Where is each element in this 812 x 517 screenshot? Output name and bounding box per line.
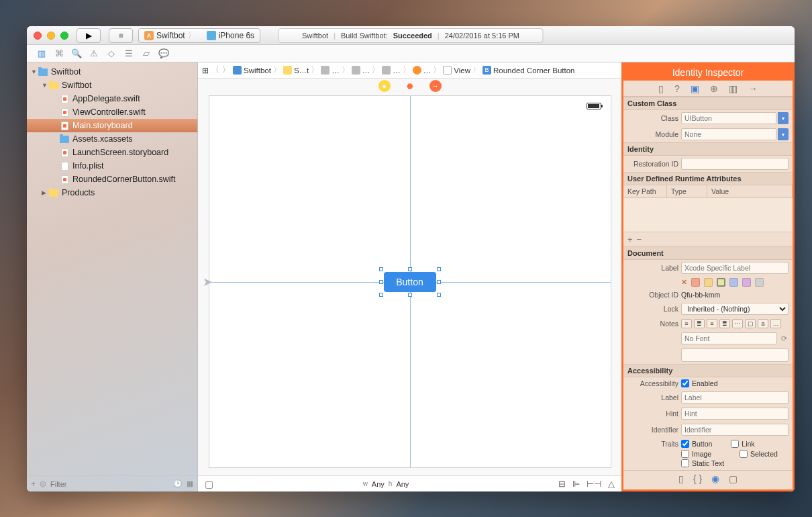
exit-dock-icon[interactable]: → [429, 80, 442, 92]
jumpbar-item[interactable]: S…t [294, 66, 309, 75]
align-left-button[interactable]: ≡ [681, 319, 692, 328]
remove-attribute-button[interactable]: − [637, 234, 642, 244]
storyboard-canvas[interactable]: ● ⬣ → ➤ Button [198, 79, 621, 475]
breakpoint-navigator-tab[interactable]: ▱ [141, 48, 152, 59]
outline-button[interactable]: ▢ [745, 319, 756, 328]
module-field[interactable] [681, 128, 776, 140]
a11y-identifier-field[interactable] [681, 424, 789, 436]
tree-file[interactable]: AppDelegate.swift [27, 92, 197, 105]
swatch-gray[interactable] [755, 278, 764, 287]
text-color-button[interactable]: a [758, 319, 768, 328]
clear-color-button[interactable]: ✕ [681, 278, 687, 287]
zoom-window-button[interactable] [60, 32, 68, 40]
symbol-navigator-tab[interactable]: ⌘ [54, 48, 64, 59]
scene-dock[interactable]: ● ⬣ → [378, 80, 442, 92]
run-button[interactable]: ▶ [77, 28, 101, 43]
jumpbar-item[interactable]: … [393, 66, 401, 75]
file-template-library-tab[interactable]: ▯ [678, 473, 684, 484]
font-picker-button[interactable]: ⟳ [780, 334, 789, 343]
tree-file[interactable]: Assets.xcassets [27, 132, 197, 146]
file-inspector-tab[interactable]: ▯ [658, 83, 664, 94]
stop-button[interactable]: ■ [109, 28, 133, 43]
viewcontroller-dock-icon[interactable]: ● [378, 80, 391, 92]
resolve-button[interactable]: △ [608, 479, 615, 489]
size-inspector-tab[interactable]: ▥ [729, 83, 738, 94]
identity-inspector-tab[interactable]: ▣ [691, 83, 699, 94]
minimize-window-button[interactable] [47, 32, 55, 40]
attributes-inspector-tab[interactable]: ⊕ [710, 83, 718, 94]
back-button[interactable]: 〈 [210, 65, 221, 75]
module-dropdown-button[interactable]: ▾ [778, 128, 789, 140]
issue-navigator-tab[interactable]: ⚠ [89, 48, 99, 59]
doc-label-field[interactable] [681, 262, 789, 274]
related-items-button[interactable]: ⊞ [201, 66, 210, 75]
add-button[interactable]: + [31, 479, 36, 489]
class-field[interactable] [681, 112, 776, 124]
connections-inspector-tab[interactable]: → [748, 83, 758, 94]
quickhelp-inspector-tab[interactable]: ? [674, 83, 680, 94]
selected-button[interactable]: Button [384, 272, 436, 292]
recent-filter-button[interactable]: 🕑 [173, 479, 183, 488]
stack-button[interactable]: ⊟ [558, 479, 566, 489]
scheme-selector[interactable]: ASwiftbot〉 iPhone 6s [138, 28, 260, 43]
filter-input[interactable] [50, 480, 169, 488]
trait-selected-checkbox[interactable] [740, 450, 748, 458]
notes-field[interactable] [681, 348, 789, 362]
jumpbar-item[interactable]: … [332, 66, 340, 75]
add-attribute-button[interactable]: + [627, 234, 633, 244]
jump-bar[interactable]: ⊞ 〈 〉 Swiftbot〉 S…t〉 …〉 …〉 …〉 …〉 View〉 B… [198, 62, 621, 79]
report-navigator-tab[interactable]: 💬 [158, 48, 169, 59]
align-button[interactable]: ⊫ [572, 479, 580, 489]
jumpbar-item[interactable]: Rounded Corner Button [493, 66, 574, 75]
class-dropdown-button[interactable]: ▾ [778, 112, 789, 124]
document-outline-toggle[interactable]: ▢ [205, 479, 213, 489]
a11y-hint-field[interactable] [681, 408, 789, 420]
forward-button[interactable]: 〉 [221, 65, 232, 75]
swatch-yellow-selected[interactable] [717, 278, 725, 287]
debug-navigator-tab[interactable]: ☰ [123, 48, 134, 59]
font-field[interactable] [681, 332, 777, 344]
jumpbar-item[interactable]: … [362, 66, 370, 75]
project-navigator-tab[interactable]: ▥ [36, 48, 47, 59]
jumpbar-item[interactable]: … [423, 66, 432, 75]
object-library-tab[interactable]: ◉ [711, 473, 719, 484]
swatch-purple[interactable] [742, 278, 751, 287]
tree-file[interactable]: ViewController.swift [27, 105, 197, 119]
jumpbar-item[interactable]: Swiftbot [244, 66, 271, 75]
media-library-tab[interactable]: ▢ [729, 473, 738, 484]
test-navigator-tab[interactable]: ◇ [106, 48, 117, 59]
tree-group-products[interactable]: ▶Products [27, 186, 197, 199]
jumpbar-item[interactable]: View [454, 66, 470, 75]
lock-select[interactable]: Inherited - (Nothing) [681, 303, 789, 315]
tree-file-selected[interactable]: Main.storyboard [27, 119, 197, 132]
trait-static-checkbox[interactable] [681, 459, 689, 467]
trait-link-checkbox[interactable] [731, 440, 739, 448]
size-class-control[interactable]: wAny hAny [363, 480, 409, 488]
firstresponder-dock-icon[interactable]: ⬣ [404, 80, 416, 92]
color-swatches[interactable]: ✕ [681, 278, 764, 287]
more-button[interactable]: … [770, 319, 781, 328]
align-center-button[interactable]: ≣ [694, 319, 705, 328]
trait-button-checkbox[interactable] [681, 440, 689, 448]
align-right-button[interactable]: ≡ [707, 319, 717, 328]
tree-file[interactable]: LaunchScreen.storyboard [27, 146, 197, 159]
align-justify-button[interactable]: ≣ [719, 319, 730, 328]
tree-file[interactable]: Info.plist [27, 159, 197, 173]
trait-image-checkbox[interactable] [681, 450, 689, 458]
close-window-button[interactable] [34, 32, 42, 40]
restorationid-field[interactable] [681, 158, 789, 170]
tree-project-root[interactable]: ▼Swiftbot [27, 65, 197, 79]
find-navigator-tab[interactable]: 🔍 [71, 48, 82, 59]
a11y-label-field[interactable] [681, 391, 789, 404]
pin-button[interactable]: ⊢⊣ [587, 479, 601, 489]
code-snippet-library-tab[interactable]: { } [693, 473, 702, 484]
swatch-blue[interactable] [729, 278, 738, 287]
initial-vc-arrow[interactable]: ➤ [203, 275, 213, 289]
separator-button[interactable]: ⋯ [732, 319, 743, 328]
runtime-table[interactable] [623, 198, 793, 232]
swatch-orange[interactable] [704, 278, 713, 287]
tree-file[interactable]: RoundedCornerButton.swift [27, 173, 197, 186]
a11y-enabled-checkbox[interactable] [681, 379, 689, 387]
swatch-red[interactable] [691, 278, 700, 287]
scm-filter-button[interactable]: ▦ [187, 479, 193, 488]
